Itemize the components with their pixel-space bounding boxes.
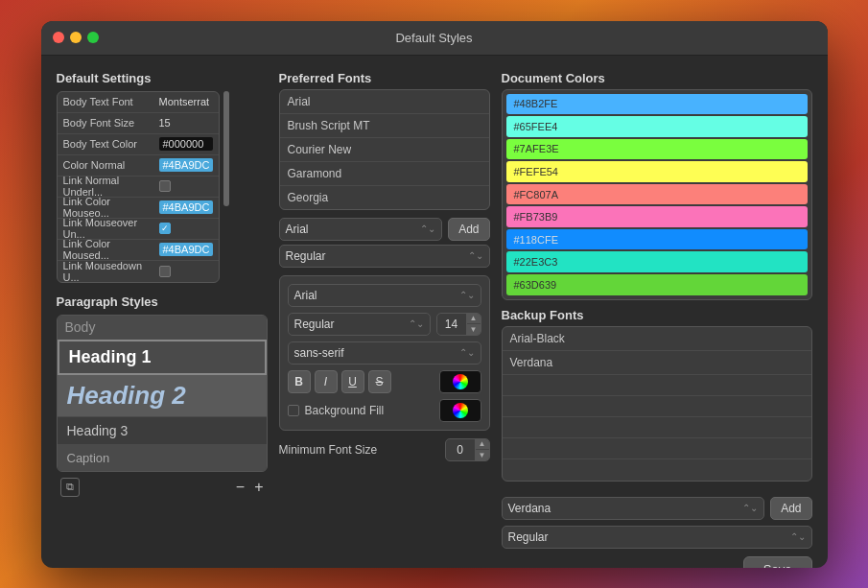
setting-value-underline[interactable]	[159, 180, 214, 192]
add-style-button[interactable]: +	[254, 480, 263, 495]
backup-font-value: Verdana	[508, 502, 551, 515]
setting-label-link-color: Color Normal	[63, 159, 159, 171]
chevron-down-icon-3: ⌃⌄	[459, 290, 475, 300]
paragraph-styles-title: Paragraph Styles	[57, 294, 268, 309]
format-buttons: B I U S	[288, 370, 391, 393]
style-body-label: Body	[65, 319, 96, 335]
maximize-button[interactable]	[87, 32, 99, 43]
list-item[interactable]: Garamond	[280, 162, 489, 186]
style-heading1-label: Heading 1	[69, 347, 152, 366]
size-down-button[interactable]: ▼	[467, 324, 481, 336]
copy-style-button[interactable]: ⧉	[60, 478, 80, 497]
remove-style-button[interactable]: −	[236, 480, 245, 495]
setting-value-font: Montserrat	[159, 96, 214, 107]
font-size-input[interactable]: 14 ▲ ▼	[436, 313, 481, 336]
minimize-button[interactable]	[70, 32, 82, 43]
min-font-size-input[interactable]: 0 ▲ ▼	[445, 438, 490, 461]
list-item[interactable]: Brush Script MT	[280, 114, 489, 138]
color-swatch-6[interactable]: #FB73B9	[506, 206, 808, 227]
paragraph-style-dropdown[interactable]: Regular ⌃⌄	[288, 313, 431, 336]
color-swatch-7[interactable]: #118CFE	[506, 229, 808, 250]
preferred-fonts-title: Preferred Fonts	[279, 71, 490, 85]
paragraph-font-value: Arial	[294, 289, 317, 302]
table-row[interactable]: Link Color Moused... #4BA9DC	[58, 240, 220, 261]
backup-fonts-title: Backup Fonts	[502, 308, 812, 322]
list-item[interactable]: Arial	[280, 90, 489, 114]
strikethrough-button[interactable]: S	[368, 370, 391, 393]
bold-button[interactable]: B	[288, 370, 311, 393]
list-item[interactable]: Georgia	[280, 186, 489, 209]
font-selector-dropdown[interactable]: Arial ⌃⌄	[279, 218, 443, 241]
doc-colors-section: Document Colors #48B2FE #65FEE4 #7AFE3E …	[502, 71, 812, 300]
backup-font-dropdown[interactable]: Verdana ⌃⌄	[502, 497, 765, 520]
list-item[interactable]: Courier New	[280, 138, 489, 162]
list-item[interactable]	[503, 375, 811, 396]
min-font-up-button[interactable]: ▲	[476, 438, 489, 450]
list-item[interactable]: Arial-Black	[503, 327, 811, 351]
text-color-swatch[interactable]	[439, 370, 481, 393]
list-item-heading2[interactable]: Heading 2	[58, 375, 267, 417]
content-area: Default Settings Body Text Font Montserr…	[41, 56, 828, 568]
list-item[interactable]	[503, 459, 811, 481]
list-item-heading1[interactable]: Heading 1	[58, 340, 267, 375]
titlebar: Default Styles	[41, 21, 828, 56]
checkbox-unchecked-2[interactable]	[159, 266, 171, 277]
color-swatch-2[interactable]: #65FEE4	[506, 116, 808, 137]
scrollbar[interactable]	[223, 91, 229, 206]
add-font-button[interactable]: Add	[448, 218, 489, 241]
chevron-down-icon: ⌃⌄	[420, 223, 435, 234]
color-swatch-5[interactable]: #FC807A	[506, 184, 808, 205]
size-up-button[interactable]: ▲	[467, 313, 481, 324]
fallback-font-dropdown[interactable]: sans-serif ⌃⌄	[288, 341, 481, 365]
checkbox-checked[interactable]: ✓	[159, 223, 171, 234]
backup-style-dropdown[interactable]: Regular ⌃⌄	[502, 526, 812, 549]
setting-value-mousedown-underline[interactable]	[159, 266, 214, 277]
list-item-caption[interactable]: Caption	[58, 445, 267, 471]
setting-label-color: Body Text Color	[63, 138, 159, 150]
setting-value-size: 15	[159, 117, 214, 129]
preferred-fonts-section: Preferred Fonts Arial Brush Script MT Co…	[279, 71, 490, 268]
min-font-down-button[interactable]: ▼	[476, 450, 489, 461]
list-item[interactable]	[503, 396, 811, 417]
background-fill-checkbox[interactable]	[288, 405, 299, 416]
checkbox-unchecked[interactable]	[159, 180, 171, 192]
setting-label-mousedown-color: Link Color Moused...	[63, 238, 159, 261]
table-row[interactable]: Color Normal #4BA9DC	[58, 155, 220, 176]
add-remove-buttons: − +	[236, 480, 264, 495]
table-row[interactable]: Link Color Mouseo... #4BA9DC	[58, 198, 220, 219]
color-swatch-8[interactable]: #22E3C3	[506, 251, 808, 272]
setting-value-mouseover-underline[interactable]: ✓	[159, 223, 214, 234]
style-select-row: Regular ⌃⌄	[279, 245, 490, 268]
setting-value-color: #000000	[159, 137, 214, 151]
background-color-swatch[interactable]	[439, 399, 481, 422]
list-item[interactable]	[503, 417, 811, 438]
font-controls-section: Arial ⌃⌄ Regular ⌃⌄ 14 ▲ ▼	[279, 275, 490, 431]
close-button[interactable]	[53, 32, 64, 43]
chevron-down-icon-7: ⌃⌄	[790, 531, 806, 542]
save-row: Save	[502, 556, 812, 568]
add-backup-font-button[interactable]: Add	[770, 497, 811, 520]
paragraph-font-dropdown[interactable]: Arial ⌃⌄	[288, 284, 481, 307]
font-add-row: Arial ⌃⌄ Add	[279, 218, 490, 241]
color-swatch-4[interactable]: #FEFE54	[506, 161, 808, 182]
backup-font-add-row: Verdana ⌃⌄ Add	[502, 497, 812, 520]
list-item-body[interactable]: Body	[58, 316, 267, 340]
font-style-value: Regular	[286, 249, 326, 263]
italic-button[interactable]: I	[315, 370, 338, 393]
chevron-down-icon-2: ⌃⌄	[468, 250, 483, 261]
chevron-down-icon-6: ⌃⌄	[742, 503, 758, 513]
traffic-lights	[53, 32, 99, 43]
copy-icon: ⧉	[66, 481, 74, 493]
list-item[interactable]: Verdana	[503, 351, 811, 375]
underline-button[interactable]: U	[341, 370, 364, 393]
font-style-size-row: Regular ⌃⌄ 14 ▲ ▼	[288, 313, 481, 336]
setting-label-mouseover-underline: Link Mouseover Un...	[63, 217, 159, 240]
color-swatch-9[interactable]: #63D639	[506, 274, 808, 295]
save-button[interactable]: Save	[743, 556, 812, 568]
color-swatch-1[interactable]: #48B2FE	[506, 94, 808, 115]
color-swatch-3[interactable]: #7AFE3E	[506, 139, 808, 160]
list-item[interactable]	[503, 438, 811, 459]
font-style-dropdown[interactable]: Regular ⌃⌄	[279, 245, 490, 268]
setting-label-underline: Link Normal Underl...	[63, 175, 159, 198]
list-item-heading3[interactable]: Heading 3	[58, 417, 267, 445]
